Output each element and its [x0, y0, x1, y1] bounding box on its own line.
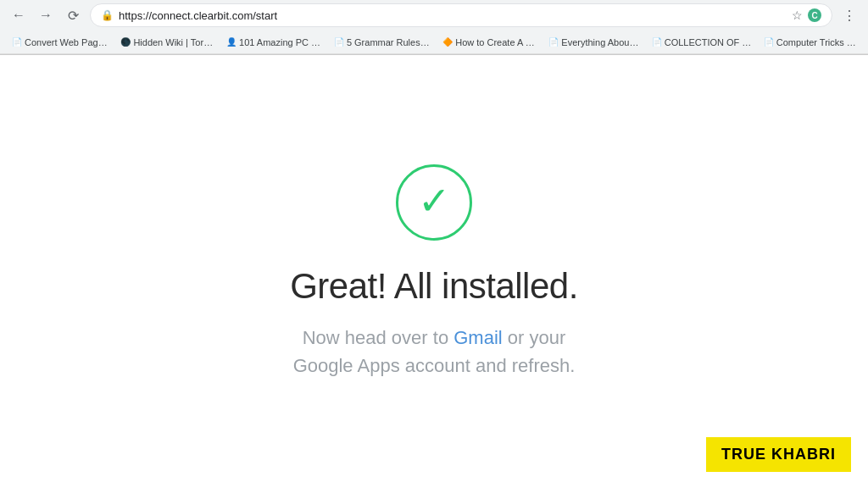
- page-content: ✓ Great! All installed. Now head over to…: [0, 55, 868, 488]
- sub-text-line2: Google Apps account and refresh.: [293, 355, 576, 376]
- bookmark-label: Hidden Wiki | Tor .on: [133, 37, 214, 47]
- bookmark-grammar[interactable]: 📄 5 Grammar Rules Thi: [329, 36, 436, 49]
- bookmark-icon: 🔶: [442, 37, 453, 47]
- bookmark-label: 101 Amazing PC / Im: [239, 37, 322, 47]
- sub-text-part1: Now head over to: [303, 327, 454, 348]
- bookmark-hidden-wiki[interactable]: 🌑 Hidden Wiki | Tor .on: [115, 36, 220, 49]
- bookmark-icon: 📄: [652, 37, 662, 47]
- clearbit-extension-icon[interactable]: C: [808, 8, 821, 22]
- back-button[interactable]: ←: [7, 3, 31, 27]
- bookmark-everything[interactable]: 📄 Everything About To: [543, 36, 644, 49]
- bookmarks-bar: 📄 Convert Web Page to 🌑 Hidden Wiki | To…: [0, 30, 868, 54]
- bookmark-pc-tricks[interactable]: 👤 101 Amazing PC / Im: [221, 36, 327, 49]
- bookmark-label: How to Create A Sim: [455, 37, 537, 47]
- browser-chrome: ← → ⟳ 🔒 https://connect.clearbit.com/sta…: [0, 0, 868, 55]
- gmail-link[interactable]: Gmail: [453, 327, 502, 348]
- bookmark-collection[interactable]: 📄 COLLECTION OF TOF: [647, 36, 757, 49]
- bookmark-icon: 📄: [334, 37, 344, 47]
- bookmark-icon: 📄: [548, 37, 559, 47]
- bookmark-label: Everything About To: [561, 37, 639, 47]
- bookmark-icon: 👤: [226, 37, 236, 47]
- sub-text: Now head over to Gmail or your Google Ap…: [293, 324, 576, 380]
- main-heading: Great! All installed.: [290, 266, 578, 307]
- bookmark-label: COLLECTION OF TOF: [665, 37, 752, 47]
- url-text: https://connect.clearbit.com/start: [119, 9, 787, 22]
- success-icon-wrapper: ✓: [396, 164, 472, 241]
- sub-text-part2: or your: [503, 327, 566, 348]
- bookmark-star-icon[interactable]: ☆: [792, 8, 803, 22]
- bookmark-icon: 📄: [12, 37, 22, 47]
- address-bar[interactable]: 🔒 https://connect.clearbit.com/start ☆ C: [90, 3, 832, 27]
- bookmark-label: 5 Grammar Rules Thi: [347, 37, 431, 47]
- forward-button[interactable]: →: [34, 3, 58, 27]
- browser-controls: ← → ⟳: [7, 3, 85, 27]
- bookmark-computer-tricks[interactable]: 📄 Computer Tricks - Si: [759, 36, 861, 49]
- menu-button[interactable]: ⋮: [837, 3, 861, 27]
- bookmark-convert[interactable]: 📄 Convert Web Page to: [7, 36, 114, 49]
- truekhabri-badge: TRUE KHABRI: [706, 437, 851, 472]
- browser-actions: ⋮: [837, 3, 861, 27]
- success-circle: ✓: [396, 164, 472, 241]
- lock-icon: 🔒: [101, 9, 114, 21]
- bookmark-icon: 🌑: [120, 37, 131, 47]
- bookmark-icon: 📄: [764, 37, 774, 47]
- reload-button[interactable]: ⟳: [61, 3, 85, 27]
- bookmark-create[interactable]: 🔶 How to Create A Sim: [437, 36, 542, 49]
- bookmark-label: Convert Web Page to: [25, 37, 108, 47]
- bookmark-label: Computer Tricks - Si: [776, 37, 856, 47]
- browser-titlebar: ← → ⟳ 🔒 https://connect.clearbit.com/sta…: [0, 0, 868, 30]
- checkmark-icon: ✓: [418, 181, 451, 220]
